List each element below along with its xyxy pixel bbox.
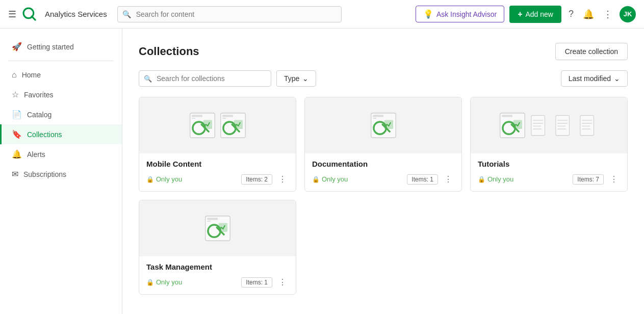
card-body: Task Management 🔒 Only you Items: 1 ⋮ [139,256,296,294]
topnav: ☰ Analytics Services 🔍 💡 Ask Insight Adv… [0,0,644,29]
svg-rect-13 [373,115,383,117]
sidebar-item-label: Subscriptions [23,170,66,178]
card-privacy: 🔒 Only you [146,278,182,286]
card-title: Task Management [146,263,289,271]
app-preview-icon [499,112,526,139]
plus-icon: + [518,10,522,19]
card-body: Documentation 🔒 Only you Items: 1 ⋮ [305,153,461,191]
page-title: Collections [139,45,199,58]
lock-icon: 🔒 [146,176,154,183]
card-right: Items: 1 ⋮ [407,173,454,185]
privacy-label: Only you [322,175,348,183]
card-right: Items: 7 ⋮ [573,173,620,185]
notifications-button[interactable]: 🔔 [581,7,596,22]
privacy-label: Only you [156,175,182,183]
search-icon: 🔍 [144,75,152,83]
card-title: Tutorials [478,160,620,168]
card-more-button[interactable]: ⋮ [276,173,289,185]
sidebar-item-label: Home [22,71,41,79]
doc-preview-icon-1 [529,115,550,136]
sidebar-item-home[interactable]: ⌂ Home [0,65,122,85]
rocket-icon: 🚀 [12,42,22,51]
card-preview [471,97,627,153]
collection-card-documentation[interactable]: Documentation 🔒 Only you Items: 1 ⋮ [304,97,462,192]
svg-rect-8 [222,115,233,117]
privacy-label: Only you [156,278,182,286]
sidebar-item-label: Alerts [27,150,45,159]
help-button[interactable]: ? [566,7,576,21]
svg-rect-6 [203,120,212,129]
search-icon: 🔍 [122,10,131,18]
bookmark-icon: 🔖 [12,129,22,139]
insight-advisor-button[interactable]: 💡 Ask Insight Advisor [416,6,504,22]
global-search-input[interactable] [117,6,342,22]
sidebar-item-catalog[interactable]: 📄 Catalog [0,104,122,124]
insight-icon: 💡 [423,9,433,19]
last-modified-button[interactable]: Last modified ⌄ [561,70,628,87]
filters-left: 🔍 Type ⌄ [139,70,316,87]
mail-icon: ✉ [12,169,18,179]
card-right: Items: 1 ⋮ [241,276,289,288]
svg-rect-37 [207,218,218,220]
app-preview-icon [370,112,397,139]
privacy-label: Only you [487,175,513,183]
svg-rect-18 [502,115,512,117]
collections-search-input[interactable] [139,70,271,87]
apps-grid-button[interactable]: ⋮ [601,7,614,22]
card-more-button[interactable]: ⋮ [608,173,620,185]
insight-label: Ask Insight Advisor [436,10,497,18]
collection-card-mobile-content[interactable]: Mobile Content 🔒 Only you Items: 2 ⋮ [139,97,296,192]
doc-preview-icon-2 [553,115,575,136]
card-more-button[interactable]: ⋮ [276,276,289,288]
collection-card-tutorials[interactable]: Tutorials 🔒 Only you Items: 7 ⋮ [470,97,628,192]
filters-row: 🔍 Type ⌄ Last modified ⌄ [139,70,628,87]
sidebar-item-subscriptions[interactable]: ✉ Subscriptions [0,164,122,184]
topnav-actions: 💡 Ask Insight Advisor + Add new ? 🔔 ⋮ JK [416,6,636,23]
card-title: Documentation [312,160,454,168]
sidebar-divider [8,61,114,61]
type-filter-button[interactable]: Type ⌄ [276,70,316,87]
qlik-logo[interactable] [22,7,37,21]
card-preview [139,200,296,256]
doc-preview-icon-3 [578,115,599,136]
svg-rect-40 [218,223,227,232]
sidebar-item-getting-started[interactable]: 🚀 Getting started [0,37,122,57]
global-search[interactable]: 🔍 [117,6,342,22]
card-privacy: 🔒 Only you [146,175,182,183]
card-body: Tutorials 🔒 Only you Items: 7 ⋮ [471,153,627,191]
layout: 🚀 Getting started ⌂ Home ☆ Favorites 📄 C… [0,29,644,314]
last-modified-label: Last modified [569,74,611,83]
svg-rect-4 [192,118,195,119]
card-more-button[interactable]: ⋮ [442,173,454,185]
items-badge: Items: 2 [241,174,272,185]
page-header: Collections Create collection [139,43,628,60]
svg-rect-11 [234,120,242,129]
main-content: Collections Create collection 🔍 Type ⌄ L… [122,29,644,314]
lock-icon: 🔒 [312,176,320,183]
sidebar-item-label: Collections [27,130,62,139]
type-label: Type [284,74,299,83]
sidebar-item-alerts[interactable]: 🔔 Alerts [0,144,122,164]
avatar[interactable]: JK [620,6,636,22]
chevron-down-icon: ⌄ [302,74,308,83]
menu-icon[interactable]: ☰ [8,9,16,20]
card-privacy: 🔒 Only you [478,175,513,183]
card-footer: 🔒 Only you Items: 7 ⋮ [478,173,620,185]
lock-icon: 🔒 [478,176,485,183]
svg-rect-26 [555,115,569,135]
app-preview-icon-2 [220,112,246,139]
chevron-down-icon: ⌄ [614,74,620,83]
home-icon: ⌂ [12,70,17,80]
collections-search[interactable]: 🔍 [139,70,271,87]
create-collection-button[interactable]: Create collection [555,43,628,60]
items-badge: Items: 1 [241,277,272,287]
svg-rect-38 [207,221,211,222]
star-icon: ☆ [12,90,19,99]
collections-grid: Mobile Content 🔒 Only you Items: 2 ⋮ [139,97,628,295]
add-new-button[interactable]: + Add new [509,6,561,23]
sidebar-item-collections[interactable]: 🔖 Collections [0,124,122,144]
sidebar-item-favorites[interactable]: ☆ Favorites [0,85,122,104]
items-badge: Items: 7 [573,174,604,185]
items-badge: Items: 1 [407,174,438,185]
collection-card-task-management[interactable]: Task Management 🔒 Only you Items: 1 ⋮ [139,200,296,295]
